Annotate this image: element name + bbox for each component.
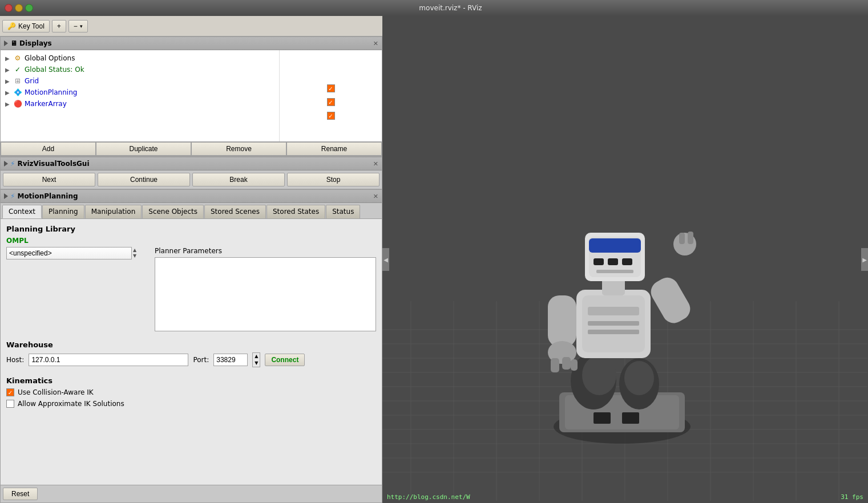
rviz-tools-icon: ⚡ (10, 160, 15, 168)
approx-ik-label: Allow Approximate IK Solutions (18, 400, 124, 408)
rename-display-button[interactable]: Rename (286, 142, 382, 156)
port-input[interactable] (213, 354, 248, 366)
collapse-right-arrow[interactable]: ▶ (861, 248, 868, 271)
displays-tree: ▶ ⚙ Global Options ▶ ✓ Global Status: Ok… (1, 50, 279, 141)
maximize-button[interactable] (25, 4, 33, 12)
checkbox-grid[interactable] (327, 84, 335, 92)
rviz-tools-expand-icon (4, 161, 8, 167)
tree-item-global-options[interactable]: ▶ ⚙ Global Options (1, 52, 279, 64)
check-icon: ✓ (13, 65, 22, 74)
svg-rect-52 (622, 258, 632, 265)
motion-planning-panel: ⚡ MotionPlanning ✕ Context Planning Mani… (0, 189, 382, 503)
reset-button[interactable]: Reset (3, 488, 38, 500)
displays-buttons-row: Add Duplicate Remove Rename (1, 141, 382, 156)
motion-planning-close-icon[interactable]: ✕ (373, 193, 378, 200)
viewport[interactable]: ◀ (382, 16, 868, 503)
displays-header-left: 🖥 Displays (4, 39, 52, 47)
collision-ik-row: Use Collision-Aware IK (6, 388, 376, 396)
tree-item-grid[interactable]: ▶ ⊞ Grid (1, 75, 279, 87)
key-tool-button[interactable]: 🔑 Key Tool (2, 20, 50, 33)
motion-planning-title: MotionPlanning (17, 192, 78, 200)
planner-select-wrap: <unspecified> ▲ ▼ (6, 247, 143, 259)
host-label: Host: (6, 356, 24, 364)
tree-arrow: ▶ (5, 55, 11, 62)
port-up-arrow[interactable]: ▲ (253, 353, 260, 360)
tree-item-motion-planning[interactable]: ▶ 💠 MotionPlanning (1, 87, 279, 98)
globe-icon: ⚙ (13, 54, 22, 63)
next-button[interactable]: Next (3, 173, 95, 186)
planner-select[interactable]: <unspecified> (6, 247, 132, 259)
tab-planning[interactable]: Planning (42, 205, 84, 218)
rviz-tools-close-icon[interactable]: ✕ (373, 160, 378, 168)
planner-row: <unspecified> ▲ ▼ Planner Parameters (6, 247, 376, 331)
left-panel: 🔑 Key Tool + − ▾ 🖥 Displays ✕ (0, 16, 382, 503)
connect-button[interactable]: Connect (265, 354, 305, 366)
approx-ik-checkbox[interactable] (6, 400, 14, 408)
select-arrows: ▲ ▼ (133, 248, 136, 259)
collapse-left-arrow[interactable]: ◀ (382, 248, 389, 271)
tab-manipulation[interactable]: Manipulation (85, 205, 142, 218)
rviz-tools-header-left: ⚡ RvizVisualToolsGui (4, 160, 90, 168)
tab-stored-states[interactable]: Stored States (267, 205, 325, 218)
tree-label: Global Options (25, 54, 274, 62)
window-controls[interactable] (5, 4, 33, 12)
tree-label: Grid (25, 77, 274, 85)
close-button[interactable] (5, 4, 13, 12)
dash-button[interactable]: − ▾ (68, 20, 88, 33)
tab-context[interactable]: Context (2, 205, 42, 218)
rviz-tools-header[interactable]: ⚡ RvizVisualToolsGui ✕ (1, 157, 382, 171)
minimize-button[interactable] (15, 4, 23, 12)
continue-button[interactable]: Continue (98, 173, 190, 186)
tab-status[interactable]: Status (326, 205, 360, 218)
check-row-3[interactable] (282, 96, 380, 108)
displays-close-icon[interactable]: ✕ (373, 40, 378, 47)
svg-rect-35 (588, 321, 639, 326)
motion-planning-header[interactable]: ⚡ MotionPlanning ✕ (1, 190, 382, 203)
svg-rect-44 (679, 233, 685, 244)
motion-planning-icon: 💠 (13, 88, 22, 97)
motion-planning-content: Context Planning Manipulation Scene Obje… (1, 203, 382, 502)
kinematics-section: Kinematics Use Collision-Aware IK Allow … (6, 376, 376, 408)
svg-rect-36 (588, 330, 639, 334)
host-row: Host: Port: ▲ ▼ Connect (6, 352, 376, 367)
stop-button[interactable]: Stop (287, 173, 380, 186)
tab-scene-objects[interactable]: Scene Objects (142, 205, 204, 218)
svg-rect-49 (589, 238, 641, 253)
motion-planning-header-left: ⚡ MotionPlanning (4, 192, 78, 200)
url-text: http://blog.csdn.net/W (387, 493, 470, 501)
warehouse-section: Warehouse Host: Port: ▲ ▼ Connect (6, 340, 376, 367)
displays-header[interactable]: 🖥 Displays ✕ (1, 37, 382, 50)
add-display-button[interactable]: Add (1, 142, 96, 156)
checkbox-motion-planning[interactable] (327, 98, 335, 106)
planner-params-label: Planner Parameters (155, 247, 376, 255)
svg-point-31 (624, 361, 654, 395)
remove-display-button[interactable]: Remove (191, 142, 286, 156)
tree-item-global-status[interactable]: ▶ ✓ Global Status: Ok (1, 64, 279, 75)
kinematics-label: Kinematics (6, 376, 376, 385)
svg-rect-34 (588, 307, 639, 315)
planner-right: Planner Parameters (155, 247, 376, 331)
tree-arrow: ▶ (5, 90, 11, 96)
break-button[interactable]: Break (192, 173, 285, 186)
key-icon: 🔑 (7, 22, 16, 30)
checkbox-marker-array[interactable] (327, 112, 335, 120)
add-tool-button[interactable]: + (52, 20, 66, 33)
select-down-arrow[interactable]: ▼ (133, 253, 136, 259)
tab-stored-scenes[interactable]: Stored Scenes (204, 205, 266, 218)
planner-params-area (155, 257, 376, 331)
tree-label: MarkerArray (25, 100, 274, 108)
collision-ik-checkbox[interactable] (6, 388, 14, 396)
host-input[interactable] (29, 354, 188, 366)
port-down-arrow[interactable]: ▼ (253, 360, 260, 367)
svg-rect-45 (688, 232, 693, 244)
duplicate-display-button[interactable]: Duplicate (96, 142, 191, 156)
tab-content-context: Planning Library OMPL <unspecified> ▲ ▼ (1, 219, 382, 485)
check-row-4[interactable] (282, 109, 380, 122)
svg-rect-27 (622, 412, 639, 424)
planner-left: <unspecified> ▲ ▼ (6, 247, 143, 331)
tree-item-marker-array[interactable]: ▶ 🔴 MarkerArray (1, 98, 279, 109)
select-up-arrow[interactable]: ▲ (133, 248, 136, 253)
displays-icon: 🖥 (10, 39, 17, 47)
check-row-2[interactable] (282, 82, 380, 95)
port-label: Port: (193, 356, 209, 364)
